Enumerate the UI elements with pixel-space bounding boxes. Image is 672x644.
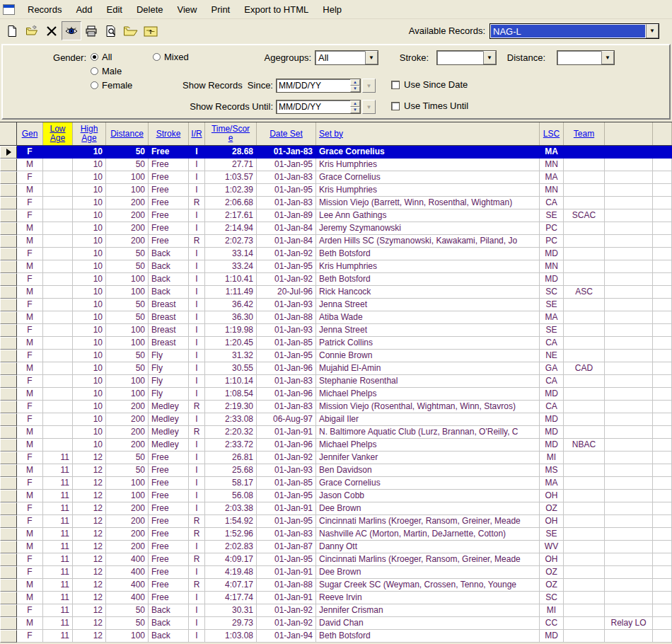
view-button[interactable] [62, 21, 81, 40]
row-selector[interactable] [0, 553, 17, 566]
row-selector[interactable] [0, 490, 17, 502]
row-selector[interactable] [0, 273, 17, 286]
col-header-time-score[interactable]: Time/Scor e [205, 122, 257, 145]
row-selector[interactable] [0, 617, 17, 630]
table-row[interactable]: M10100FreeI1:02.3901-Jan-95Kris Humphrie… [0, 184, 672, 197]
col-header-date-set[interactable]: Date Set [257, 122, 316, 145]
table-row[interactable]: F1112100FreeI58.1701-Jan-85Grace Corneli… [0, 477, 672, 490]
date-spinner[interactable]: ▲▼ [350, 100, 360, 113]
table-row[interactable]: M1112200FreeI2:02.8301-Jan-87Danny OttWV [0, 541, 672, 553]
row-selector[interactable] [0, 260, 17, 273]
row-selector[interactable] [0, 311, 17, 324]
table-row[interactable]: M10200FreeI2:14.9401-Jan-84Jeremy Szyman… [0, 222, 672, 235]
table-row[interactable]: M1050FlyI30.5501-Jan-96Mujahid El-AminGA… [0, 362, 672, 375]
print-preview-button[interactable] [101, 21, 121, 40]
row-selector[interactable] [0, 375, 17, 388]
chevron-down-icon[interactable]: ▼ [601, 51, 614, 64]
table-row[interactable]: F111250FreeI26.8101-Jan-92Jennifer Vanke… [0, 452, 672, 464]
chevron-down-icon[interactable]: ▼ [646, 24, 659, 38]
row-selector[interactable] [0, 159, 17, 171]
menu-edit[interactable]: Edit [100, 3, 129, 16]
since-calendar-dropdown[interactable]: ▼ [362, 79, 376, 93]
row-selector[interactable] [0, 286, 17, 299]
chevron-down-icon[interactable]: ▼ [365, 51, 378, 64]
row-selector[interactable] [0, 579, 17, 592]
gender-radio-mixed[interactable]: Mixed [153, 52, 189, 62]
row-selector[interactable] [0, 502, 17, 515]
row-selector[interactable] [0, 248, 17, 260]
table-row[interactable]: M10200FreeR2:02.7301-Jan-84Arden Hills S… [0, 235, 672, 248]
menu-delete[interactable]: Delete [129, 3, 170, 16]
menu-view[interactable]: View [170, 3, 204, 16]
table-row[interactable]: F10100BreastI1:19.9801-Jan-93Jenna Stree… [0, 324, 672, 337]
row-selector[interactable] [0, 324, 17, 337]
menu-add[interactable]: Add [69, 3, 99, 16]
table-row[interactable]: M1050FreeI27.7101-Jan-95Kris HumphriesMN [0, 159, 672, 171]
folder-button[interactable] [121, 21, 141, 40]
date-spinner[interactable]: ▲▼ [350, 79, 360, 92]
table-row[interactable]: F1112400FreeR4:09.1701-Jan-95Cincinnati … [0, 553, 672, 566]
table-row[interactable]: F1112400FreeI4:19.4801-Jan-91Dee BrownOZ [0, 566, 672, 579]
until-date-field[interactable]: MM/DD/YY ▲▼ [276, 100, 361, 114]
table-row[interactable]: M10200MedleyI2:33.7201-Jan-96Michael Phe… [0, 439, 672, 452]
row-selector[interactable] [0, 401, 17, 413]
menu-help[interactable]: Help [315, 3, 349, 16]
table-row[interactable]: M1112100FreeI56.0801-Jan-95Jason CobbOH [0, 490, 672, 502]
row-selector[interactable] [0, 197, 17, 209]
agegroups-combobox[interactable]: All ▼ [315, 50, 378, 65]
col-header-stroke[interactable]: Stroke [149, 122, 189, 145]
col-header-ir[interactable]: I/R [189, 122, 205, 145]
table-row[interactable]: F10200MedleyI2:33.0806-Aug-97Abigail Ile… [0, 413, 672, 426]
col-header-high-age[interactable]: High Age [73, 122, 106, 145]
table-row[interactable]: F1112200FreeI2:03.3801-Jan-91Dee BrownOZ [0, 502, 672, 515]
menu-records[interactable]: Records [21, 3, 69, 16]
gender-radio-female[interactable]: Female [91, 80, 132, 91]
col-header-team[interactable]: Team [564, 122, 605, 145]
menu-export-html[interactable]: Export to HTML [237, 3, 315, 16]
row-selector[interactable] [0, 452, 17, 464]
row-selector[interactable] [0, 630, 17, 643]
spin-down-icon[interactable]: ▼ [350, 86, 360, 92]
table-row[interactable]: M10100BackI1:11.4920-Jul-96Rick HancockS… [0, 286, 672, 299]
table-row[interactable]: F111250BackI30.3101-Jan-92Jennifer Crism… [0, 604, 672, 617]
table-row[interactable]: M10100BreastI1:20.4501-Jan-85Patrick Col… [0, 337, 672, 350]
table-row[interactable]: M1112400FreeR4:07.1701-Jan-88Sugar Creek… [0, 579, 672, 592]
print-button[interactable] [81, 21, 101, 40]
table-row[interactable]: M111250BackI29.7301-Jan-92David ChanCCRe… [0, 617, 672, 630]
spin-up-icon[interactable]: ▲ [350, 79, 360, 86]
gender-radio-all[interactable]: All [91, 52, 112, 62]
table-row[interactable]: M10100FlyI1:08.5401-Jan-96Michael Phelps… [0, 388, 672, 401]
table-row[interactable]: F1050FlyI31.3201-Jan-95Connie BrownNE [0, 350, 672, 362]
row-selector[interactable] [0, 209, 17, 222]
col-header-gen[interactable]: Gen [17, 122, 43, 145]
row-selector[interactable] [0, 515, 17, 528]
available-records-combobox[interactable]: NAG-L ▼ [489, 23, 659, 39]
spin-down-icon[interactable]: ▼ [350, 107, 360, 113]
table-row[interactable]: F1112100BackI1:03.0801-Jan-94Beth Botsfo… [0, 630, 672, 643]
window-icon[interactable] [3, 4, 15, 15]
row-selector[interactable] [0, 566, 17, 579]
row-selector[interactable] [0, 477, 17, 490]
open-button[interactable] [22, 21, 42, 40]
spin-up-icon[interactable]: ▲ [350, 100, 360, 107]
table-row[interactable]: F10100FreeI1:03.5701-Jan-83Grace Corneli… [0, 171, 672, 184]
table-row[interactable]: M10200MedleyR2:20.3201-Jan-91N. Baltimor… [0, 426, 672, 439]
chevron-down-icon[interactable]: ▼ [483, 51, 496, 64]
row-selector[interactable] [0, 184, 17, 197]
table-row[interactable]: M1112200FreeR1:52.9601-Jan-83Nashville A… [0, 528, 672, 541]
row-selector[interactable] [0, 171, 17, 184]
row-selector[interactable] [0, 388, 17, 401]
row-selector[interactable] [0, 350, 17, 362]
table-row[interactable]: M111250FreeI25.6801-Jan-93Ben DavidsonMS [0, 464, 672, 477]
table-row[interactable]: F1050BackI33.1401-Jan-92Beth BotsfordMD [0, 248, 672, 260]
new-record-button[interactable] [2, 21, 22, 40]
use-since-date-checkbox[interactable]: Use Since Date [391, 79, 468, 90]
table-row[interactable]: M1112400FreeI4:17.7401-Jan-91Reeve Irvin… [0, 592, 672, 604]
table-row[interactable]: F10200MedleyR2:19.3001-Jan-83Mission Vie… [0, 401, 672, 413]
table-row[interactable]: F1050FreeI28.6801-Jan-83Grace CorneliusM… [0, 146, 672, 159]
table-row[interactable]: F10100BackI1:10.4101-Jan-92Beth Botsford… [0, 273, 672, 286]
row-selector[interactable] [0, 464, 17, 477]
row-selector[interactable] [0, 337, 17, 350]
table-row[interactable]: M1050BackI33.2401-Jan-95Kris HumphriesMN [0, 260, 672, 273]
table-row[interactable]: M1050BreastI36.3001-Jan-88Atiba WadeMA [0, 311, 672, 324]
